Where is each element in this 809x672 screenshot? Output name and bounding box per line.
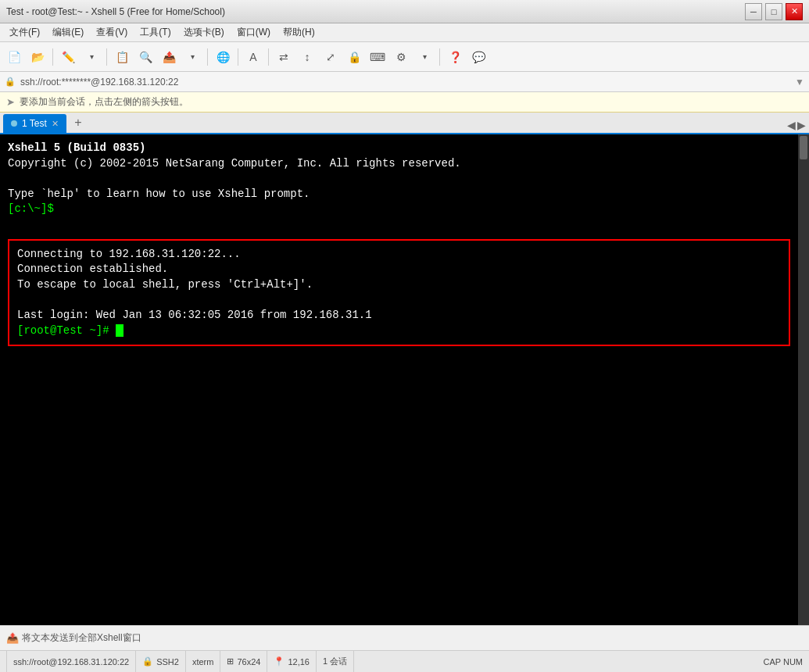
fit-button[interactable]: ⤢ — [320, 46, 342, 68]
pos-icon: 📍 — [274, 656, 285, 667]
tab-label: 1 Test — [22, 118, 47, 129]
terminal-prompt-1: [c:\~]$ — [8, 202, 790, 217]
toolbar-separator-4 — [238, 48, 238, 66]
status-bar: ssh://root@192.168.31.120:22 🔒 SSH2 xter… — [0, 650, 809, 672]
connect-button[interactable]: 🌐 — [212, 46, 234, 68]
info-bar-text: 要添加当前会话，点击左侧的箭头按钮。 — [20, 95, 188, 109]
status-position: 📍 12,16 — [267, 651, 317, 672]
macro-button[interactable]: ⚙ — [390, 46, 412, 68]
menu-bar: 文件(F) 编辑(E) 查看(V) 工具(T) 选项卡(B) 窗口(W) 帮助(… — [0, 23, 809, 42]
send-arrow-button[interactable]: ▾ — [181, 46, 203, 68]
menu-view[interactable]: 查看(V) — [90, 24, 134, 41]
tab-bar: 1 Test ✕ + ◀ ▶ — [0, 113, 809, 134]
lock-status-icon: 🔒 — [142, 656, 153, 667]
find-button[interactable]: 🔍 — [134, 46, 156, 68]
status-size-text: 76x24 — [237, 657, 260, 667]
macro-arrow-button[interactable]: ▾ — [413, 46, 435, 68]
info-bar: ➤ 要添加当前会话，点击左侧的箭头按钮。 — [0, 92, 809, 113]
status-protocol: 🔒 SSH2 — [136, 651, 186, 672]
status-sessions: 1 会话 — [317, 651, 354, 672]
toolbar: 📄 📂 ✏️ ▾ 📋 🔍 📤 ▾ 🌐 A ⇄ ↕ ⤢ 🔒 ⌨ ⚙ ▾ ❓ 💬 — [0, 42, 809, 72]
conn-line-3: To escape to local shell, press 'Ctrl+Al… — [17, 277, 781, 293]
toolbar-separator-6 — [439, 48, 440, 66]
open-button[interactable]: 📂 — [27, 46, 48, 68]
status-sessions-text: 1 会话 — [323, 656, 347, 667]
menu-file[interactable]: 文件(F) — [3, 24, 46, 41]
transfer-button[interactable]: ↕ — [296, 46, 318, 68]
title-bar: Test - root@Test:~ - Xshell 5 (Free for … — [0, 0, 809, 23]
scrollbar-thumb[interactable] — [800, 136, 807, 159]
terminal-line-4: Type `help' to learn how to use Xshell p… — [8, 187, 790, 202]
toolbar-separator-3 — [207, 48, 208, 66]
status-path-text: ssh://root@192.168.31.120:22 — [13, 657, 129, 667]
info-arrow-icon: ➤ — [6, 96, 15, 108]
chat-button[interactable]: 💬 — [467, 46, 489, 68]
bottom-bar: 📤 将文本发送到全部Xshell窗口 — [0, 625, 809, 650]
close-button[interactable]: ✕ — [786, 3, 803, 20]
address-text: ssh://root:********@192.168.31.120:22 — [20, 77, 790, 88]
copy-button[interactable]: 📋 — [111, 46, 133, 68]
sftp-button[interactable]: ⇄ — [273, 46, 295, 68]
tab-close-button[interactable]: ✕ — [52, 119, 59, 129]
terminal-wrapper: Xshell 5 (Build 0835) Copyright (c) 2002… — [0, 134, 809, 625]
connection-box: Connecting to 192.168.31.120:22... Conne… — [8, 239, 790, 347]
status-position-text: 12,16 — [288, 657, 310, 667]
terminal[interactable]: Xshell 5 (Build 0835) Copyright (c) 2002… — [0, 134, 798, 625]
menu-tabs[interactable]: 选项卡(B) — [177, 24, 231, 41]
status-capnum-text: CAP NUM — [763, 657, 803, 667]
status-size: ⊞ 76x24 — [220, 651, 267, 672]
window-title: Test - root@Test:~ - Xshell 5 (Free for … — [6, 6, 225, 17]
toolbar-separator-1 — [52, 48, 53, 66]
conn-prompt: [root@Test ~]# — [17, 323, 781, 339]
status-term-text: xterm — [192, 657, 214, 667]
lock-button[interactable]: 🔒 — [343, 46, 365, 68]
tab-dot — [11, 120, 17, 127]
cursor — [116, 324, 123, 337]
tab-1-test[interactable]: 1 Test ✕ — [3, 114, 66, 133]
terminal-line-1: Xshell 5 (Build 0835) — [8, 141, 790, 156]
address-dropdown-icon[interactable]: ▼ — [795, 77, 804, 88]
toolbar-separator-5 — [268, 48, 269, 66]
size-icon: ⊞ — [227, 656, 234, 667]
send-all-label: 将文本发送到全部Xshell窗口 — [22, 631, 141, 645]
status-term: xterm — [186, 651, 221, 672]
address-bar: 🔒 ssh://root:********@192.168.31.120:22 … — [0, 72, 809, 92]
status-capnum: CAP NUM — [763, 651, 803, 672]
lock-icon: 🔒 — [5, 77, 16, 87]
terminal-line-3 — [8, 171, 790, 187]
tab-prev-button[interactable]: ◀ — [787, 119, 796, 131]
conn-line-1: Connecting to 192.168.31.120:22... — [17, 247, 781, 263]
font-button[interactable]: A — [242, 46, 264, 68]
keyboard-button[interactable]: ⌨ — [367, 46, 388, 68]
tab-navigation: ◀ ▶ — [787, 119, 806, 131]
maximize-button[interactable]: □ — [765, 3, 782, 20]
edit-button[interactable]: ✏️ — [57, 46, 79, 68]
conn-blank — [17, 292, 781, 308]
send-to-all[interactable]: 📤 将文本发送到全部Xshell窗口 — [6, 631, 803, 645]
terminal-scrollbar[interactable] — [798, 134, 809, 625]
menu-edit[interactable]: 编辑(E) — [46, 24, 90, 41]
status-path: ssh://root@192.168.31.120:22 — [6, 651, 136, 672]
terminal-blank — [8, 217, 790, 233]
menu-tools[interactable]: 工具(T) — [134, 24, 177, 41]
send-icon: 📤 — [6, 632, 19, 644]
new-session-button[interactable]: 📄 — [3, 46, 25, 68]
edit-arrow-button[interactable]: ▾ — [81, 46, 102, 68]
send-button[interactable]: 📤 — [158, 46, 180, 68]
terminal-line-2: Copyright (c) 2002-2015 NetSarang Comput… — [8, 156, 790, 172]
help-button[interactable]: ❓ — [444, 46, 466, 68]
conn-line-2: Connection established. — [17, 262, 781, 277]
window-controls: ─ □ ✕ — [745, 3, 803, 20]
toolbar-separator-2 — [106, 48, 107, 66]
conn-line-4: Last login: Wed Jan 13 06:32:05 2016 fro… — [17, 308, 781, 323]
tab-next-button[interactable]: ▶ — [797, 119, 806, 131]
minimize-button[interactable]: ─ — [745, 3, 762, 20]
menu-help[interactable]: 帮助(H) — [277, 24, 321, 41]
new-tab-button[interactable]: + — [70, 114, 87, 131]
status-protocol-text: SSH2 — [156, 657, 179, 667]
menu-window[interactable]: 窗口(W) — [231, 24, 277, 41]
